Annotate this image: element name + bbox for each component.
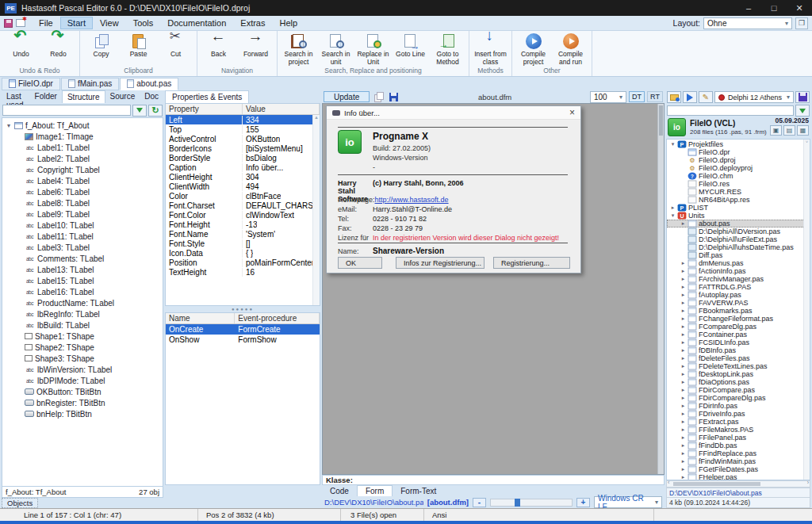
document-tab[interactable]: fMain.pas xyxy=(61,78,119,90)
editor-view-tab[interactable]: Code xyxy=(322,486,357,496)
structure-panel-tab[interactable]: Doc xyxy=(140,90,163,103)
column-header-name[interactable]: Name xyxy=(166,313,235,323)
save-form-button[interactable] xyxy=(387,91,400,102)
project-tree-item[interactable]: fDeleteFiles.pas xyxy=(667,354,810,362)
project-tree-item[interactable]: fDBInfo.pas xyxy=(667,346,810,354)
object-tree-item[interactable]: Label9: TLabel xyxy=(2,208,163,220)
project-filter-input[interactable] xyxy=(667,105,794,116)
ribbon-button[interactable]: Paste xyxy=(120,32,157,59)
property-grid-scrollbar[interactable]: ▲ xyxy=(312,115,320,305)
copy-form-icon[interactable] xyxy=(372,91,385,102)
layout-select[interactable]: Ohne▾ xyxy=(703,17,792,29)
object-tree-item[interactable]: lbBuild: TLabel xyxy=(2,319,163,331)
object-tree-item[interactable]: Comments: TLabel xyxy=(2,253,163,264)
object-tree-item[interactable]: Shape2: TShape xyxy=(2,342,163,353)
property-row[interactable]: BorderStyle bsDialog xyxy=(166,153,320,163)
project-tree-item[interactable]: FBookmarks.pas xyxy=(667,307,810,315)
zoom-slider[interactable] xyxy=(490,499,573,507)
document-tab[interactable]: FileIO.dpr xyxy=(2,78,60,90)
project-tree-item[interactable]: fDesktopLink.pas xyxy=(667,370,810,378)
hscroll-thumb[interactable] xyxy=(673,482,760,486)
object-tree-item[interactable]: Label6: TLabel xyxy=(2,186,163,197)
event-row[interactable]: OnShow FormShow xyxy=(166,335,320,345)
dialog-button[interactable]: OK xyxy=(338,257,382,269)
project-tree-item[interactable]: FFindReplace.pas xyxy=(667,449,810,457)
project-tree-item[interactable]: FileIO.dpr xyxy=(667,148,810,156)
object-tree-item[interactable]: Image1: TImage xyxy=(2,131,163,142)
dialog-close-icon[interactable]: × xyxy=(569,107,575,118)
property-row[interactable]: Left 334 xyxy=(166,115,320,124)
compiler-select[interactable]: Delphi 12 Athens ▾ xyxy=(714,91,794,103)
close-button[interactable]: ✕ xyxy=(787,0,812,16)
refresh-button[interactable]: ↻ xyxy=(148,105,163,117)
ribbon-button[interactable]: Goto to Method xyxy=(429,32,466,66)
project-tree-item[interactable]: D:\DelphiAll\DVersion.pas xyxy=(667,228,810,235)
ribbon-button[interactable]: Replace in Unit xyxy=(354,32,392,66)
project-tree-item[interactable]: PLIST xyxy=(667,204,810,212)
property-row[interactable]: Font.Style [] xyxy=(166,239,320,248)
object-tree-item[interactable]: Label10: TLabel xyxy=(2,220,163,231)
objects-tab[interactable]: Objects xyxy=(2,498,38,508)
editor-view-tab[interactable]: Form-Text xyxy=(393,486,444,496)
object-tree-item[interactable]: lbWinVersion: TLabel xyxy=(2,364,163,375)
canvas-scrollbar[interactable] xyxy=(657,104,664,474)
zoom-in-button[interactable]: + xyxy=(576,498,590,507)
project-tree-item[interactable]: FDeleteTextLines.pas xyxy=(667,362,810,370)
project-tree-scrollbar[interactable]: ˅ xyxy=(803,140,810,480)
object-tree-item[interactable]: Shape3: TShape xyxy=(2,353,163,364)
object-tree-item[interactable]: Shape1: TShape xyxy=(2,331,163,342)
event-row[interactable]: OnCreate FormCreate xyxy=(166,324,320,335)
ribbon-button[interactable]: Copy xyxy=(82,32,120,59)
project-tree-item[interactable]: FFilePanel.pas xyxy=(667,434,810,442)
structure-panel-tab[interactable]: Last used xyxy=(2,90,30,103)
property-row[interactable]: Top 155 xyxy=(166,124,320,134)
menu-item[interactable]: Help xyxy=(273,17,305,29)
filter-button[interactable] xyxy=(132,105,147,117)
property-row[interactable]: Font.Color clWindowText xyxy=(166,210,320,220)
ribbon-button[interactable]: Forward xyxy=(237,32,274,59)
info-button[interactable]: ▤ xyxy=(783,125,795,136)
project-filter-button[interactable] xyxy=(795,105,810,117)
project-tree-item[interactable]: FCSIDLInfo.pas xyxy=(667,338,810,346)
object-tree-item[interactable]: Label4: TLabel xyxy=(2,175,163,186)
ribbon-button[interactable]: Insert from class xyxy=(472,32,509,66)
property-row[interactable]: Font.Charset DEFAULT_CHARSET xyxy=(166,201,320,210)
object-tree-item[interactable]: f_About: Tf_About xyxy=(2,120,163,131)
project-tree-item[interactable]: FCompareDlg.pas xyxy=(667,323,810,331)
document-tab[interactable]: about.pas xyxy=(120,78,178,90)
menu-item[interactable]: View xyxy=(93,17,126,29)
structure-search-input[interactable] xyxy=(2,105,131,116)
structure-panel-tab[interactable]: Structure xyxy=(62,90,105,103)
ribbon-button[interactable]: Undo xyxy=(2,32,40,59)
object-tree-item[interactable]: Label16: TLabel xyxy=(2,286,163,297)
project-tree-item[interactable]: D:\DelphiAll\uFileExt.pas xyxy=(667,235,810,243)
project-tree-item[interactable]: FDirCompare.pas xyxy=(667,386,810,394)
project-tree-item[interactable]: fFindDb.pas xyxy=(667,442,810,449)
project-tree-hscrollbar[interactable] xyxy=(666,480,810,488)
project-tree-item[interactable]: FDirInfo.pas xyxy=(667,402,810,410)
ribbon-button[interactable]: Compile project xyxy=(515,32,552,66)
structure-panel-tab[interactable]: Source xyxy=(105,90,140,103)
property-row[interactable]: BorderIcons [biSystemMenu] xyxy=(166,143,320,153)
ribbon-button[interactable]: Cut xyxy=(157,32,194,59)
menu-item[interactable]: Tools xyxy=(126,17,161,29)
object-tree-item[interactable]: OKButton: TBitBtn xyxy=(2,386,163,397)
project-tree-item[interactable]: D:\DelphiAll\uhsDateTime.pas xyxy=(667,243,810,251)
project-tree-item[interactable]: FContainer.pas xyxy=(667,331,810,338)
project-tree-item[interactable]: MYCUR.RES xyxy=(667,188,810,196)
zoom-slider-thumb[interactable] xyxy=(515,499,520,507)
object-tree-item[interactable]: bnRegister: TBitBtn xyxy=(2,397,163,408)
ribbon-button[interactable]: Compile and run xyxy=(552,32,589,66)
edit-project-button[interactable] xyxy=(699,91,713,103)
project-tree-item[interactable]: FileIO.dproj xyxy=(667,156,810,164)
project-tree-item[interactable]: FFileMakros.PAS xyxy=(667,426,810,434)
property-row[interactable]: Font.Name 'System' xyxy=(166,229,320,239)
object-tree-item[interactable]: Label8: TLabel xyxy=(2,197,163,208)
property-row[interactable]: ActiveControl OKButton xyxy=(166,134,320,143)
property-row[interactable]: Caption Info über... xyxy=(166,163,320,172)
zoom-out-button[interactable]: - xyxy=(473,498,486,507)
object-tree-item[interactable]: lbDPIMode: TLabel xyxy=(2,375,163,386)
save-project-button[interactable] xyxy=(795,91,810,103)
panel-splitter[interactable]: ●●●●● xyxy=(165,306,320,312)
file-path-link[interactable]: D:\DEV\DX10\FileIO\about.pas xyxy=(324,498,423,507)
